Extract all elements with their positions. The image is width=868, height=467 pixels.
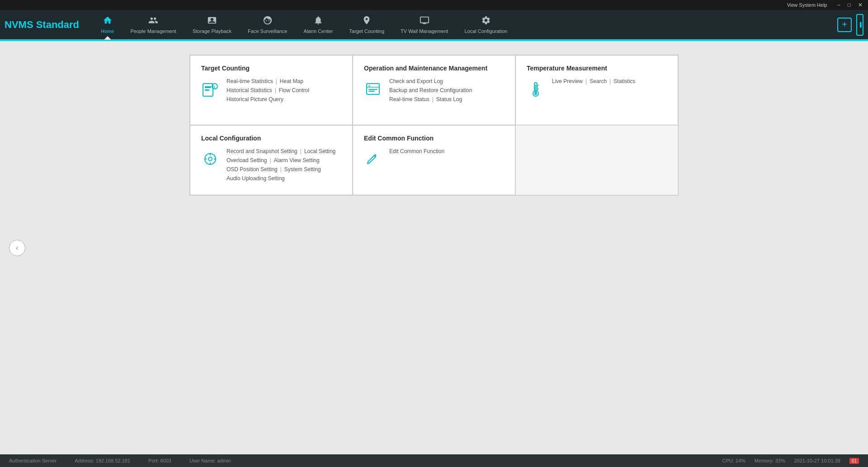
- card-temperature-body: Live Preview | Search | Statistics: [527, 78, 667, 102]
- svg-rect-9: [368, 91, 375, 92]
- target-counting-card-icon: 1: [201, 80, 219, 102]
- link-statistics[interactable]: Statistics: [613, 78, 635, 84]
- card-edit-common-function: Edit Common Function Edit Common Functio…: [353, 125, 515, 195]
- link-row-overload: Overload Setting | Alarm View Setting: [226, 157, 335, 163]
- link-historical-statistics[interactable]: Historical Statistics: [226, 87, 272, 93]
- people-management-icon: [148, 15, 158, 27]
- svg-point-12: [534, 92, 537, 95]
- link-audio-uploading[interactable]: Audio Uploading Setting: [226, 175, 285, 182]
- close-button[interactable]: ✕: [856, 2, 864, 8]
- link-row-backup: Backup and Restore Configuration: [389, 87, 472, 93]
- nav-item-people-management[interactable]: People Management: [122, 12, 184, 37]
- svg-rect-1: [205, 86, 211, 88]
- link-row-2: Historical Statistics | Flow Control: [226, 87, 309, 93]
- status-username: User Name: admin: [189, 458, 231, 463]
- status-cpu: CPU: 14%: [722, 458, 745, 463]
- card-temperature-measurement: Temperature Measurement Live P: [515, 55, 678, 125]
- link-record-snapshot[interactable]: Record and Snapshot Setting: [226, 148, 297, 154]
- home-icon: [103, 15, 113, 27]
- link-flow-control[interactable]: Flow Control: [279, 87, 309, 93]
- link-status-log[interactable]: Status Log: [436, 96, 462, 103]
- card-target-counting-body: 1 Real-time Statistics | Heat Map Histor…: [201, 78, 341, 103]
- status-bar-right: CPU: 14% Memory: 33% 2021-10-27 10:01:39…: [722, 458, 859, 464]
- link-row-edit-common: Edit Common Function: [389, 148, 444, 154]
- link-live-preview[interactable]: Live Preview: [552, 78, 583, 84]
- app-logo: NVMS Standard: [5, 19, 79, 31]
- link-realtime-statistics[interactable]: Real-time Statistics: [226, 78, 273, 84]
- face-surveillance-icon: [263, 15, 273, 27]
- add-button[interactable]: +: [837, 18, 852, 32]
- link-historical-picture-query[interactable]: Historical Picture Query: [226, 96, 283, 103]
- card-operation-body: Check and Export Log Backup and Restore …: [364, 78, 504, 103]
- nav-people-management-label: People Management: [130, 28, 176, 34]
- status-memory: Memory: 33%: [755, 458, 785, 463]
- status-badge: 61: [849, 458, 859, 464]
- link-osd-position[interactable]: OSD Position Setting: [226, 166, 278, 173]
- link-local-setting[interactable]: Local Setting: [304, 148, 335, 154]
- panel-toggle-button[interactable]: ▐: [856, 14, 863, 36]
- nav-items: Home People Management Storage Playback: [93, 12, 837, 37]
- left-arrow-button[interactable]: ‹: [9, 240, 25, 256]
- link-row-3: Historical Picture Query: [226, 96, 309, 103]
- card-grid: Target Counting 1 Real-time Statistics |: [189, 55, 679, 196]
- nav-home-label: Home: [101, 28, 114, 34]
- card-target-counting: Target Counting 1 Real-time Statistics |: [190, 55, 353, 125]
- card-local-config-title: Local Configuration: [201, 135, 341, 142]
- link-row-temperature: Live Preview | Search | Statistics: [552, 78, 635, 84]
- svg-rect-13: [535, 84, 536, 91]
- card-edit-common-title: Edit Common Function: [364, 135, 504, 142]
- svg-text:1: 1: [213, 85, 216, 89]
- link-edit-common-function[interactable]: Edit Common Function: [389, 148, 444, 154]
- nav-item-alarm-center[interactable]: Alarm Center: [296, 12, 341, 37]
- nav-target-counting-label: Target Counting: [349, 28, 384, 34]
- restore-button[interactable]: □: [846, 2, 853, 8]
- nav-local-configuration-label: Local Configuration: [464, 28, 507, 34]
- nav-face-surveillance-label: Face Surveillance: [248, 28, 287, 34]
- link-heat-map[interactable]: Heat Map: [280, 78, 303, 84]
- card-operation-title: Operation and Maintenance Management: [364, 65, 504, 72]
- main-content: ‹ Target Counting 1 Real-time Sta: [0, 41, 868, 454]
- storage-playback-icon: [207, 15, 217, 27]
- card-edit-common-links: Edit Common Function: [389, 148, 444, 154]
- svg-rect-8: [368, 89, 377, 90]
- nav-item-storage-playback[interactable]: Storage Playback: [184, 12, 240, 37]
- top-navigation: NVMS Standard Home People Management: [0, 10, 868, 39]
- link-row-status: Real-time Status | Status Log: [389, 96, 472, 103]
- nav-item-home[interactable]: Home: [93, 12, 122, 37]
- link-row-record: Record and Snapshot Setting | Local Sett…: [226, 148, 335, 154]
- minimize-button[interactable]: −: [835, 2, 842, 8]
- status-auth-server: Authentication Server: [9, 458, 57, 463]
- card-target-counting-title: Target Counting: [201, 65, 341, 72]
- card-empty: [515, 125, 678, 195]
- link-search[interactable]: Search: [590, 78, 607, 84]
- link-system-setting[interactable]: System Setting: [284, 166, 321, 173]
- link-alarm-view-setting[interactable]: Alarm View Setting: [274, 157, 320, 163]
- link-realtime-status[interactable]: Real-time Status: [389, 96, 429, 103]
- local-config-card-icon: [201, 150, 219, 172]
- title-bar: View System Help − □ ✕: [0, 0, 868, 10]
- link-row-audio: Audio Uploading Setting: [226, 175, 335, 182]
- temperature-card-icon: [527, 80, 545, 102]
- status-address: Address: 192.168.52.181: [75, 458, 130, 463]
- link-check-export-log[interactable]: Check and Export Log: [389, 78, 443, 84]
- nav-storage-playback-label: Storage Playback: [193, 28, 231, 34]
- card-temperature-title: Temperature Measurement: [527, 65, 667, 72]
- status-datetime: 2021-10-27 10:01:39: [794, 458, 840, 463]
- link-row-osd: OSD Position Setting | System Setting: [226, 166, 335, 173]
- link-overload-setting[interactable]: Overload Setting: [226, 157, 267, 163]
- svg-rect-2: [205, 89, 209, 91]
- nav-alarm-center-label: Alarm Center: [304, 28, 333, 34]
- nav-item-local-configuration[interactable]: Local Configuration: [456, 12, 515, 37]
- nav-item-tv-wall-management[interactable]: TV Wall Management: [392, 12, 456, 37]
- svg-point-18: [208, 157, 212, 161]
- svg-rect-7: [368, 85, 370, 86]
- link-backup-restore[interactable]: Backup and Restore Configuration: [389, 87, 472, 93]
- card-edit-common-body: Edit Common Function: [364, 148, 504, 172]
- nav-item-face-surveillance[interactable]: Face Surveillance: [240, 12, 295, 37]
- view-system-help: View System Help: [4, 2, 827, 8]
- operations-card-icon: [364, 80, 382, 102]
- local-configuration-icon: [481, 15, 491, 27]
- card-local-config-body: Record and Snapshot Setting | Local Sett…: [201, 148, 341, 182]
- card-operation-maintenance: Operation and Maintenance Management Che…: [353, 55, 515, 125]
- nav-item-target-counting[interactable]: Target Counting: [341, 12, 392, 37]
